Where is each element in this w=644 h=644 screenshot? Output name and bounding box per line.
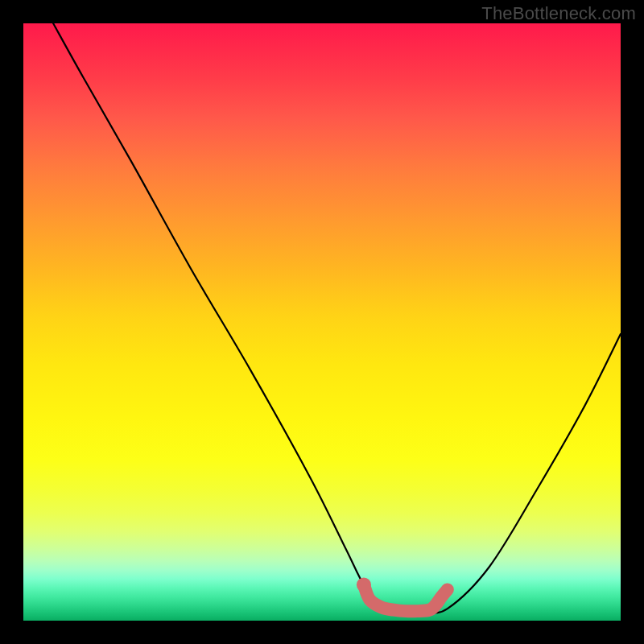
chart-frame: TheBottleneck.com xyxy=(0,0,644,644)
chart-gradient-background xyxy=(23,23,621,621)
watermark-text: TheBottleneck.com xyxy=(481,3,636,24)
